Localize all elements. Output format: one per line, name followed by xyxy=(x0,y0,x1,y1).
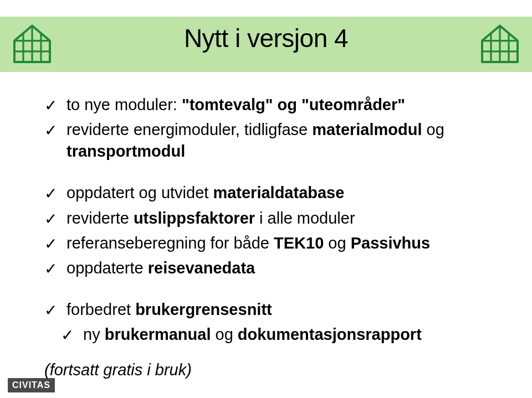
bullet-bold: brukermanual xyxy=(105,325,211,343)
bullet-text: forbedret xyxy=(66,301,135,318)
civitas-logo: CIVITAS xyxy=(8,378,55,392)
slide: Nytt i versjon 4 ✓ to nye moduler: "tomt… xyxy=(0,0,532,398)
slide-content: ✓ to nye moduler: "tomtevalg" og "uteomr… xyxy=(44,94,499,379)
bullet-text: og xyxy=(211,325,237,343)
spacer xyxy=(44,282,499,296)
bullet-item: ✓ to nye moduler: "tomtevalg" og "uteomr… xyxy=(44,94,499,116)
check-icon: ✓ xyxy=(44,120,57,141)
bullet-text: og xyxy=(422,121,444,138)
bullet-item: ✓ oppdaterte reisevanedata xyxy=(44,257,499,279)
bullet-bold: materialmodul xyxy=(312,121,422,138)
bullet-item: ✓ reviderte energimoduler, tidligfase ma… xyxy=(44,119,499,162)
bullet-bold: reisevanedata xyxy=(148,259,255,277)
bullet-bold: dokumentasjonsrapport xyxy=(238,325,422,343)
bullet-item: ✓ oppdatert og utvidet materialdatabase xyxy=(44,182,499,204)
bullet-text: i alle moduler xyxy=(255,209,355,227)
bullet-item: ✓ reviderte utslippsfaktorer i alle modu… xyxy=(44,208,499,229)
check-icon: ✓ xyxy=(44,183,57,204)
bullet-bold: transportmodul xyxy=(66,142,185,160)
bullet-item: ✓ referanseberegning for både TEK10 og P… xyxy=(44,232,499,254)
bullet-item: ✓ ny brukermanual og dokumentasjonsrappo… xyxy=(44,324,499,345)
bullet-text: ny xyxy=(83,325,105,343)
bullet-bold: "tomtevalg" og "uteområder" xyxy=(182,96,405,113)
check-icon: ✓ xyxy=(44,234,57,255)
bullet-bold: materialdatabase xyxy=(213,184,344,201)
bullet-bold: brukergrensesnitt xyxy=(135,301,272,318)
bullet-bold: Passivhus xyxy=(351,234,430,252)
check-icon: ✓ xyxy=(44,300,57,321)
bullet-item: ✓ forbedret brukergrensesnitt xyxy=(44,299,499,321)
footnote: (fortsatt gratis i bruk) xyxy=(44,361,499,379)
bullet-text: og xyxy=(324,234,350,252)
spacer xyxy=(44,166,499,179)
bullet-text: to nye moduler: xyxy=(66,96,182,113)
check-icon: ✓ xyxy=(44,209,57,230)
bullet-list: ✓ to nye moduler: "tomtevalg" og "uteomr… xyxy=(44,94,499,345)
bullet-text: reviderte xyxy=(66,209,134,227)
bullet-text: oppdaterte xyxy=(66,259,148,277)
bullet-text: oppdatert og utvidet xyxy=(66,184,213,201)
check-icon: ✓ xyxy=(44,259,57,280)
slide-title: Nytt i versjon 4 xyxy=(0,23,532,53)
bullet-bold: TEK10 xyxy=(274,234,324,252)
bullet-text: referanseberegning for både xyxy=(66,234,274,252)
bullet-text: reviderte energimoduler, tidligfase xyxy=(66,121,312,138)
check-icon: ✓ xyxy=(44,95,57,116)
bullet-bold: utslippsfaktorer xyxy=(134,209,255,227)
check-icon: ✓ xyxy=(61,325,74,346)
